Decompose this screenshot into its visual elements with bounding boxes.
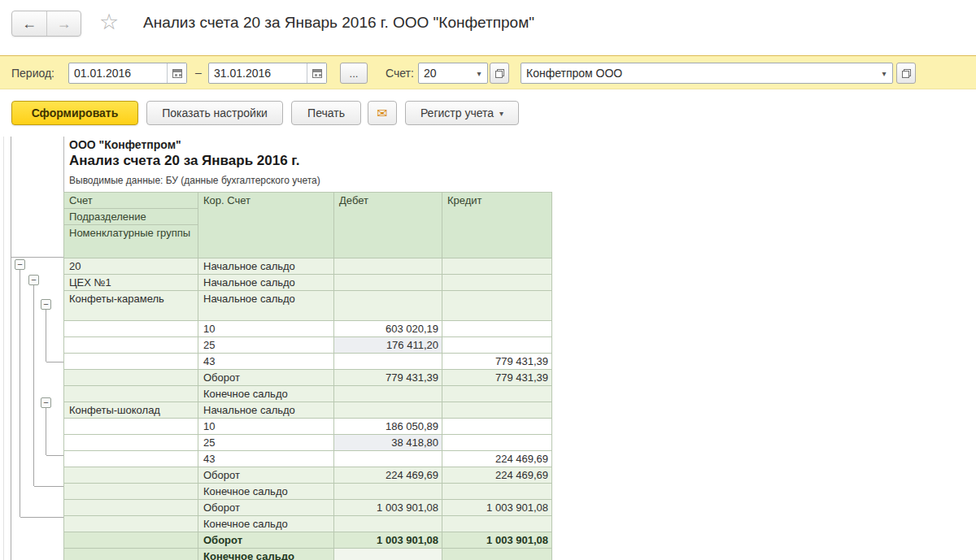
collapse-toggle-level2[interactable]: − [28,275,39,285]
cell-credit[interactable]: 224 469,69 [442,467,552,484]
cell-corr-account[interactable]: Оборот [198,370,334,386]
cell-corr-account[interactable]: Конечное сальдо [198,516,334,532]
cell-corr-account[interactable]: Конечное сальдо [198,484,334,500]
cell-debit[interactable]: 186 050,89 [334,419,442,435]
forward-button[interactable]: → [46,11,81,36]
cell-credit[interactable] [442,386,552,402]
cell-credit[interactable] [442,402,552,419]
cell-debit[interactable] [334,386,442,402]
cell-account[interactable]: 20 [64,258,198,275]
tree-line [46,455,63,456]
period-more-button[interactable]: ... [340,63,368,84]
cell-credit[interactable] [442,435,552,451]
cell-credit[interactable] [442,419,552,435]
collapse-toggle-level1[interactable]: − [15,259,25,270]
collapse-toggle-level3a[interactable]: − [41,299,51,310]
cell-credit[interactable]: 1 003 901,08 [442,532,552,549]
account-dropdown-button[interactable]: ▾ [471,63,487,83]
cell-debit[interactable] [334,291,442,321]
cell-corr-account[interactable]: Начальное сальдо [198,291,334,321]
cell-corr-account[interactable]: 10 [198,419,334,435]
cell-credit[interactable]: 224 469,69 [442,451,552,467]
favorite-star-icon[interactable]: ☆ [99,10,119,34]
table-row: Конфеты-карамельНачальное сальдо [64,291,552,321]
cell-corr-account[interactable]: Начальное сальдо [198,258,334,275]
collapse-toggle-level3b[interactable]: − [41,397,51,408]
cell-account[interactable]: Конфеты-карамель [64,291,198,321]
organization-choose-button[interactable] [896,63,916,84]
cell-account[interactable] [64,435,198,451]
cell-credit[interactable] [442,549,552,560]
cell-account[interactable]: ЦЕХ №1 [64,275,198,291]
cell-account[interactable] [64,451,198,467]
cell-debit[interactable]: 1 003 901,08 [334,532,442,549]
cell-debit[interactable]: 176 411,20 [334,337,442,354]
cell-corr-account[interactable]: 10 [198,321,334,337]
print-button[interactable]: Печать [291,101,361,125]
cell-account[interactable] [64,419,198,435]
cell-corr-account[interactable]: 25 [198,337,334,354]
date-from-calendar-button[interactable] [167,63,186,83]
cell-credit[interactable]: 779 431,39 [442,370,552,386]
cell-corr-account[interactable]: 25 [198,435,334,451]
cell-debit[interactable] [334,549,442,560]
cell-account[interactable] [64,500,198,516]
tree-line [34,486,63,487]
cell-credit[interactable] [442,484,552,500]
show-settings-button[interactable]: Показать настройки [146,101,283,125]
account-choose-button[interactable] [490,63,509,84]
cell-credit[interactable] [442,275,552,291]
cell-debit[interactable] [334,275,442,291]
cell-corr-account[interactable]: Начальное сальдо [198,275,334,291]
cell-corr-account[interactable]: Начальное сальдо [198,402,334,419]
calendar-icon [172,69,182,78]
cell-debit[interactable] [334,258,442,275]
cell-account[interactable] [64,354,198,370]
cell-corr-account[interactable]: Конечное сальдо [198,549,334,560]
cell-debit[interactable]: 779 431,39 [334,370,442,386]
cell-credit[interactable]: 1 003 901,08 [442,500,552,516]
cell-credit[interactable] [442,337,552,354]
date-to-calendar-button[interactable] [307,63,326,83]
date-to-input[interactable] [209,63,307,83]
cell-debit[interactable] [334,484,442,500]
cell-debit[interactable]: 1 003 901,08 [334,500,442,516]
cell-account[interactable] [64,386,198,402]
cell-credit[interactable] [442,321,552,337]
cell-account[interactable] [64,516,198,532]
generate-button[interactable]: Сформировать [11,101,138,125]
cell-account[interactable] [64,549,198,560]
cell-corr-account[interactable]: Конечное сальдо [198,386,334,402]
cell-account[interactable] [64,321,198,337]
cell-corr-account[interactable]: Оборот [198,467,334,484]
cell-debit[interactable]: 224 469,69 [334,467,442,484]
organization-dropdown-button[interactable]: ▾ [876,63,892,83]
cell-account[interactable] [64,484,198,500]
cell-account[interactable] [64,370,198,386]
account-input[interactable] [419,63,471,83]
organization-input[interactable] [521,63,876,83]
cell-corr-account[interactable]: 43 [198,354,334,370]
register-menu-button[interactable]: Регистр учета ▾ [405,101,519,125]
cell-debit[interactable]: 603 020,19 [334,321,442,337]
cell-account[interactable] [64,467,198,484]
cell-credit[interactable]: 779 431,39 [442,354,552,370]
cell-corr-account[interactable]: Оборот [198,532,334,549]
cell-account[interactable] [64,532,198,549]
cell-debit[interactable]: 38 418,80 [334,435,442,451]
cell-debit[interactable] [334,516,442,532]
table-row: 10186 050,89 [64,419,552,435]
date-from-input[interactable] [69,63,167,83]
cell-debit[interactable] [334,402,442,419]
cell-debit[interactable] [334,354,442,370]
cell-account[interactable] [64,337,198,354]
cell-credit[interactable] [442,258,552,275]
cell-corr-account[interactable]: Оборот [198,500,334,516]
cell-credit[interactable] [442,516,552,532]
cell-debit[interactable] [334,451,442,467]
cell-credit[interactable] [442,291,552,321]
cell-account[interactable]: Конфеты-шоколад [64,402,198,419]
mail-button[interactable]: ✉ [368,101,397,125]
cell-corr-account[interactable]: 43 [198,451,334,467]
back-button[interactable]: ← [12,11,46,36]
